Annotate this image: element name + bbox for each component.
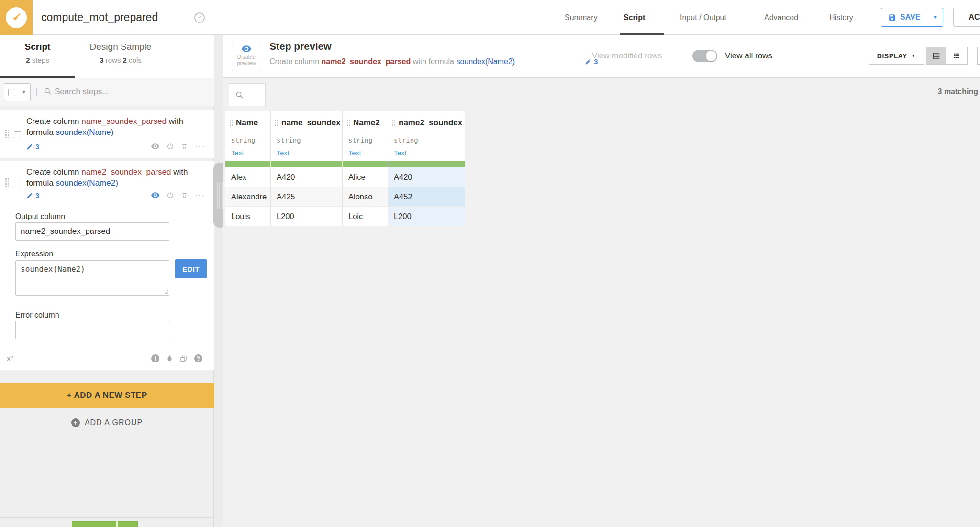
add-group-button[interactable]: + ADD A GROUP bbox=[0, 415, 214, 430]
app-window: compute_mot_prepared Summary Script Inpu… bbox=[0, 0, 980, 527]
script-step-1[interactable]: Create column name_soundex_parsed with f… bbox=[0, 110, 214, 158]
delete-step-trash-icon[interactable] bbox=[181, 191, 188, 199]
error-column-input[interactable] bbox=[15, 321, 169, 339]
validity-bar bbox=[225, 161, 271, 167]
display-dropdown-button[interactable]: DISPLAY ▼ bbox=[869, 47, 924, 65]
preview-subtitle: Create column name2_soundex_parsed with … bbox=[269, 57, 515, 66]
table-view-button[interactable] bbox=[926, 47, 947, 65]
pencil-icon bbox=[26, 143, 33, 150]
copy-icon[interactable] bbox=[180, 355, 187, 362]
disable-preview-button[interactable]: Disablepreview bbox=[232, 42, 261, 71]
help-icon[interactable]: ? bbox=[194, 354, 202, 362]
search-icon bbox=[235, 91, 244, 99]
navigate-flow-icon[interactable] bbox=[193, 11, 206, 24]
sidebar-tab-script[interactable]: Script 2 steps bbox=[0, 35, 75, 78]
save-button[interactable]: SAVE ▼ bbox=[881, 8, 943, 27]
cell-modified[interactable]: A452 bbox=[388, 187, 465, 206]
drag-handle-icon[interactable] bbox=[5, 129, 9, 139]
preview-eye-icon-active[interactable] bbox=[151, 192, 160, 199]
drag-handle-icon bbox=[346, 119, 350, 126]
more-options-icon[interactable]: ··· bbox=[195, 193, 205, 198]
error-column-label: Error column bbox=[15, 311, 59, 319]
select-all-checkbox[interactable] bbox=[8, 89, 15, 96]
column-header[interactable]: Name2 bbox=[343, 111, 388, 134]
cell[interactable]: Loic bbox=[343, 206, 388, 226]
cell[interactable]: Alice bbox=[343, 167, 388, 187]
step-2-edit-count[interactable]: 3 bbox=[26, 191, 39, 199]
column-header[interactable]: name2_soundex_parsed bbox=[388, 111, 465, 134]
info-icon[interactable]: i bbox=[151, 354, 159, 362]
steps-search-bar: ▼ | bbox=[0, 78, 214, 106]
drag-handle-icon[interactable] bbox=[5, 178, 9, 187]
output-column-input[interactable] bbox=[15, 222, 169, 241]
validity-bar bbox=[343, 161, 388, 167]
plus-circle-icon: + bbox=[71, 418, 80, 427]
floppy-disk-icon bbox=[888, 13, 896, 22]
script-step-2[interactable]: Create column name2_soundex_parsed with … bbox=[0, 161, 214, 370]
cell[interactable]: Alexandre bbox=[225, 187, 271, 206]
extra-view-button[interactable] bbox=[977, 47, 980, 65]
add-new-step-button[interactable]: + ADD A NEW STEP bbox=[0, 383, 214, 408]
disable-step-power-icon[interactable] bbox=[167, 191, 174, 199]
select-all-steps-dropdown[interactable]: ▼ bbox=[4, 83, 31, 101]
output-column-label: Output column bbox=[15, 212, 65, 221]
top-header: compute_mot_prepared Summary Script Inpu… bbox=[0, 0, 980, 35]
preview-eye-icon[interactable] bbox=[151, 143, 160, 150]
step-2-checkbox[interactable] bbox=[14, 180, 21, 187]
more-options-icon[interactable]: ··· bbox=[195, 144, 205, 149]
validity-bar bbox=[271, 161, 343, 167]
sidebar-tab-design-sample[interactable]: Design Sample 3 rows 2 cols bbox=[75, 35, 166, 78]
chevron-down-icon: ▼ bbox=[22, 89, 26, 95]
delete-step-trash-icon[interactable] bbox=[181, 143, 188, 150]
save-dropdown-caret[interactable]: ▼ bbox=[927, 8, 943, 26]
list-view-button[interactable] bbox=[946, 47, 968, 65]
cell[interactable]: Louis bbox=[225, 206, 271, 226]
pencil-icon bbox=[26, 192, 33, 199]
cell[interactable]: Alonso bbox=[343, 187, 388, 206]
cell[interactable]: L200 bbox=[271, 206, 343, 226]
disable-step-power-icon[interactable] bbox=[167, 143, 174, 150]
table-row: Alex A420 Alice A420 bbox=[225, 167, 465, 187]
cell[interactable]: A425 bbox=[271, 187, 343, 206]
bottom-action-button-1[interactable] bbox=[72, 521, 116, 527]
search-steps-input[interactable] bbox=[55, 85, 198, 99]
cell-modified[interactable]: A420 bbox=[388, 167, 465, 187]
column-header[interactable]: name_soundex_parsed bbox=[271, 111, 343, 134]
table-row: Louis L200 Loic L200 bbox=[225, 206, 465, 226]
tab-advanced[interactable]: Advanced bbox=[764, 0, 798, 35]
step-1-edit-count[interactable]: 3 bbox=[26, 143, 39, 151]
column-header[interactable]: Name bbox=[225, 111, 271, 134]
expression-input[interactable]: soundex(Name2) bbox=[15, 260, 169, 296]
color-droplet-icon[interactable] bbox=[167, 355, 173, 362]
prepare-recipe-logo[interactable] bbox=[0, 0, 33, 35]
meaning-link[interactable]: Text bbox=[225, 148, 271, 161]
cell-modified[interactable]: L200 bbox=[388, 206, 465, 226]
rows-view-toggle[interactable] bbox=[692, 50, 717, 62]
step-1-checkbox[interactable] bbox=[14, 131, 21, 138]
meaning-link[interactable]: Text bbox=[343, 148, 388, 161]
view-modified-rows-label[interactable]: View modified rows bbox=[592, 51, 662, 61]
preview-data-table: Name name_soundex_parsed Name2 name2_sou… bbox=[225, 111, 465, 226]
table-search-box[interactable] bbox=[229, 83, 266, 106]
page-title: compute_mot_prepared bbox=[41, 0, 158, 35]
drag-handle-icon bbox=[392, 119, 396, 126]
actions-button[interactable]: ACTIONS bbox=[953, 8, 980, 27]
resize-handle[interactable] bbox=[163, 289, 168, 294]
drag-handle-icon bbox=[229, 119, 233, 126]
step-preview-bar: Disablepreview Step preview Create colum… bbox=[223, 35, 980, 78]
meaning-row: Text Text Text Text bbox=[225, 148, 465, 161]
formula-mode-icon[interactable]: x² bbox=[7, 354, 13, 363]
meaning-link[interactable]: Text bbox=[271, 148, 343, 161]
edit-expression-button[interactable]: EDIT bbox=[175, 259, 207, 278]
tab-summary[interactable]: Summary bbox=[565, 0, 597, 35]
tab-input-output[interactable]: Input / Output bbox=[680, 0, 726, 35]
tab-script[interactable]: Script bbox=[624, 0, 645, 35]
chevron-down-icon: ▼ bbox=[911, 53, 916, 58]
meaning-link[interactable]: Text bbox=[388, 148, 465, 161]
tab-history[interactable]: History bbox=[829, 0, 853, 35]
bottom-action-button-2[interactable] bbox=[118, 521, 138, 527]
cell[interactable]: A420 bbox=[271, 167, 343, 187]
view-all-rows-label[interactable]: View all rows bbox=[725, 51, 772, 61]
save-label: SAVE bbox=[900, 13, 920, 22]
cell[interactable]: Alex bbox=[225, 167, 271, 187]
